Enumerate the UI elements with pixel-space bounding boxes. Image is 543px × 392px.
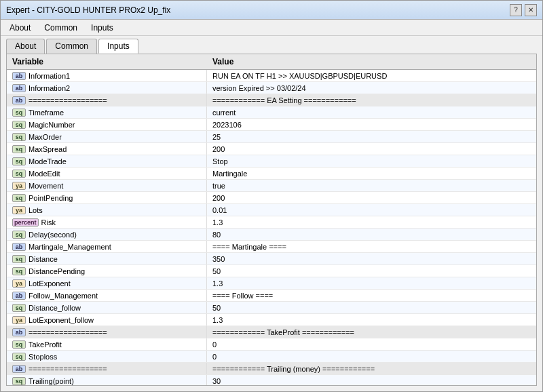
row-value-cell: 25: [207, 131, 536, 142]
variable-name: LotExponent_follow: [29, 316, 94, 324]
table-row[interactable]: sqPointPending200: [7, 192, 536, 204]
table-row[interactable]: percentRisk1.3: [7, 216, 536, 229]
table-row[interactable]: sqDistancePending50: [7, 265, 536, 277]
table-row[interactable]: yaLotExponent_follow1.3: [7, 314, 536, 326]
row-variable-cell: sqStoploss: [7, 351, 207, 362]
tab-inputs[interactable]: Inputs: [98, 39, 138, 54]
variable-name: Timeframe: [29, 109, 64, 117]
variable-name: Distance_follow: [29, 304, 81, 312]
type-badge: sq: [12, 121, 26, 129]
row-value-cell: 200: [207, 192, 536, 203]
row-variable-cell: ab==================: [7, 363, 207, 374]
tab-about[interactable]: About: [6, 39, 45, 54]
table-row[interactable]: yaLotExponent1.3: [7, 277, 536, 290]
menu-inputs[interactable]: Inputs: [85, 21, 119, 35]
row-value-cell: RUN EA ON TF H1 >> XAUUSD|GBPUSD|EURUSD: [207, 70, 536, 81]
row-value-cell: 50: [207, 265, 536, 277]
table-row[interactable]: ab============================== EA Sett…: [7, 94, 536, 106]
variable-name: ==================: [29, 328, 107, 336]
row-variable-cell: sqModeTrade: [7, 155, 207, 167]
variable-name: Risk: [41, 218, 56, 227]
variable-name: PointPending: [29, 194, 73, 202]
row-value-cell: ==== Follow ====: [207, 290, 536, 301]
row-variable-cell: yaLotExponent: [7, 277, 207, 289]
table-header: Variable Value: [7, 54, 536, 70]
table-row[interactable]: yaMovementtrue: [7, 180, 536, 192]
row-variable-cell: yaLotExponent_follow: [7, 314, 207, 326]
type-badge: sq: [12, 304, 26, 312]
row-variable-cell: sqTrailing(point): [7, 375, 207, 385]
header-variable: Variable: [7, 57, 207, 66]
table-body: abInformation1RUN EA ON TF H1 >> XAUUSD|…: [7, 70, 536, 385]
row-variable-cell: sqMaxSpread: [7, 143, 207, 155]
row-variable-cell: abMartingale_Management: [7, 241, 207, 252]
row-value-cell: Stop: [207, 155, 536, 167]
type-badge: ya: [12, 206, 26, 214]
row-value-cell: ==== Martingale ====: [207, 241, 536, 252]
type-badge: percent: [12, 218, 39, 227]
title-bar: Expert - CITY-GOLD HUNTER PROx2 Up_fix ?…: [1, 1, 542, 20]
table-row[interactable]: abInformation2version Expired >> 03/02/2…: [7, 82, 536, 94]
menu-common[interactable]: Common: [38, 21, 83, 35]
row-value-cell: true: [207, 180, 536, 191]
variable-name: DistancePending: [29, 267, 85, 275]
type-badge: sq: [12, 157, 26, 165]
variable-name: Distance: [29, 255, 58, 263]
type-badge: ya: [12, 182, 26, 190]
type-badge: ab: [12, 72, 26, 80]
menu-about[interactable]: About: [3, 21, 37, 35]
row-value-cell: ============ Trailing (money) ==========…: [207, 363, 536, 374]
table-row[interactable]: ab============================== TakePro…: [7, 326, 536, 338]
main-window: Expert - CITY-GOLD HUNTER PROx2 Up_fix ?…: [0, 0, 543, 392]
table-row[interactable]: sqModeEditMartingale: [7, 168, 536, 180]
variable-name: Information1: [29, 72, 70, 80]
row-variable-cell: sqPointPending: [7, 192, 207, 203]
row-variable-cell: abInformation1: [7, 70, 207, 81]
variable-name: ==================: [29, 96, 107, 104]
table-row[interactable]: sqMaxOrder25: [7, 131, 536, 143]
row-variable-cell: sqDistance_follow: [7, 302, 207, 313]
table-row[interactable]: abFollow_Management==== Follow ====: [7, 290, 536, 302]
row-variable-cell: sqTimeframe: [7, 106, 207, 118]
help-button[interactable]: ?: [510, 4, 522, 16]
variable-name: Trailing(point): [29, 377, 74, 385]
type-badge: sq: [12, 133, 26, 141]
table-row[interactable]: sqTakeProfit0: [7, 338, 536, 351]
table-row[interactable]: sqTimeframecurrent: [7, 106, 536, 119]
table-row[interactable]: abInformation1RUN EA ON TF H1 >> XAUUSD|…: [7, 70, 536, 82]
row-value-cell: 0: [207, 338, 536, 350]
table-row[interactable]: sqModeTradeStop: [7, 155, 536, 168]
table-row[interactable]: sqTrailing(point)30: [7, 375, 536, 385]
table-row[interactable]: yaLots0.01: [7, 204, 536, 216]
type-badge: sq: [12, 145, 26, 153]
row-variable-cell: sqModeEdit: [7, 168, 207, 179]
row-variable-cell: percentRisk: [7, 216, 207, 228]
row-variable-cell: yaLots: [7, 204, 207, 216]
table-row[interactable]: sqDistance350: [7, 253, 536, 265]
row-value-cell: 2023106: [207, 119, 536, 130]
variable-name: Delay(second): [29, 231, 77, 239]
row-value-cell: ============ EA Setting ============: [207, 94, 536, 106]
table-row[interactable]: sqDelay(second)80: [7, 229, 536, 241]
table-row[interactable]: sqMaxSpread200: [7, 143, 536, 155]
table-row[interactable]: sqStoploss0: [7, 351, 536, 363]
table-row[interactable]: sqMagicNumber2023106: [7, 119, 536, 131]
table-row[interactable]: abMartingale_Management==== Martingale =…: [7, 241, 536, 253]
table-row[interactable]: sqDistance_follow50: [7, 302, 536, 314]
type-badge: sq: [12, 267, 26, 275]
window-title: Expert - CITY-GOLD HUNTER PROx2 Up_fix: [6, 5, 170, 15]
type-badge: ab: [12, 96, 26, 104]
window-controls: ? ✕: [510, 4, 537, 16]
row-variable-cell: sqDistance: [7, 253, 207, 264]
variable-name: Martingale_Management: [29, 243, 111, 251]
row-value-cell: version Expired >> 03/02/24: [207, 82, 536, 94]
close-button[interactable]: ✕: [525, 4, 537, 16]
type-badge: sq: [12, 231, 26, 239]
variable-name: ModeEdit: [29, 170, 60, 178]
tab-common[interactable]: Common: [46, 39, 97, 54]
row-value-cell: current: [207, 106, 536, 118]
table-row[interactable]: ab============================== Trailin…: [7, 363, 536, 375]
row-value-cell: 50: [207, 302, 536, 313]
variable-name: ==================: [29, 365, 107, 373]
row-variable-cell: abFollow_Management: [7, 290, 207, 301]
